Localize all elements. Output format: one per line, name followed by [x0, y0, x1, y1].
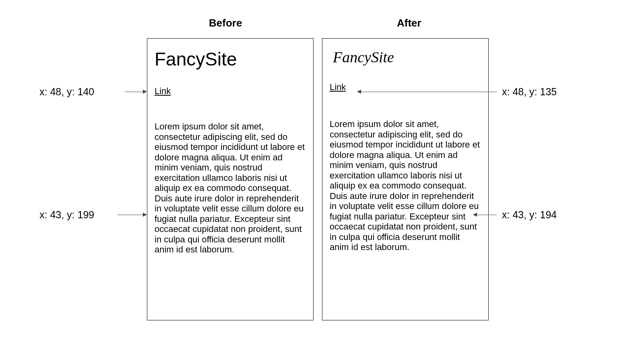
arrow-icon [125, 92, 147, 92]
arrow-icon [118, 215, 147, 215]
annotation-after-body: x: 43, y: 194 [502, 209, 557, 221]
arrow-icon [357, 92, 497, 92]
panel-after: FancySite Link Lorem ipsum dolor sit ame… [322, 38, 489, 320]
site-title-before: FancySite [155, 48, 306, 70]
heading-before: Before [209, 17, 242, 29]
body-text-before: Lorem ipsum dolor sit amet, consectetur … [155, 121, 306, 255]
annotation-before-link: x: 48, y: 140 [39, 86, 94, 98]
link-after[interactable]: Link [330, 82, 346, 92]
annotation-before-body: x: 43, y: 199 [39, 209, 94, 221]
arrow-icon [473, 215, 497, 215]
panel-before: FancySite Link Lorem ipsum dolor sit ame… [147, 38, 314, 320]
site-title-after: FancySite [333, 48, 481, 66]
heading-after: After [397, 17, 421, 29]
link-before[interactable]: Link [155, 86, 171, 96]
body-text-after: Lorem ipsum dolor sit amet, consectetur … [330, 119, 481, 252]
annotation-after-link: x: 48, y: 135 [502, 86, 557, 98]
